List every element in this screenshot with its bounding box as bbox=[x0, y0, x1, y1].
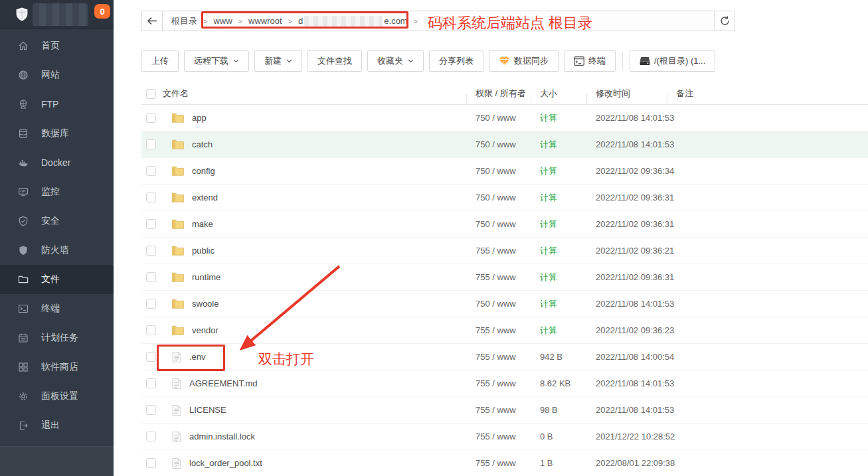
share-list-button[interactable]: 分享列表 bbox=[429, 50, 483, 72]
file-name[interactable]: make bbox=[192, 219, 213, 229]
upload-button[interactable]: 上传 bbox=[141, 50, 179, 72]
row-checkbox[interactable] bbox=[146, 352, 156, 362]
terminal-button[interactable]: 终端 bbox=[564, 50, 616, 72]
sidebar-item-label: Docker bbox=[41, 157, 70, 168]
sidebar-item-docker[interactable]: Docker bbox=[0, 148, 114, 177]
button-label: 文件查找 bbox=[317, 55, 352, 67]
calc-size-link[interactable]: 计算 bbox=[540, 139, 557, 149]
file-name[interactable]: AGREEMENT.md bbox=[189, 378, 258, 388]
table-row[interactable]: LICENSE755 / www98 B2022/11/08 14:01:53 bbox=[141, 397, 868, 424]
table-row[interactable]: .env755 / www942 B2022/11/08 14:00:54 bbox=[141, 344, 868, 370]
refresh-button[interactable] bbox=[714, 11, 735, 31]
file-mtime: 2022/11/02 09:36:31 bbox=[596, 193, 676, 202]
file-search-button[interactable]: 文件查找 bbox=[307, 50, 362, 72]
breadcrumb-segment-domain[interactable]: d e.com bbox=[298, 16, 408, 27]
table-row[interactable]: vendor755 / www计算2022/11/02 09:36:23 bbox=[141, 317, 868, 344]
breadcrumb-segment-www[interactable]: www bbox=[213, 16, 232, 26]
calc-size-link[interactable]: 计算 bbox=[540, 325, 557, 335]
row-checkbox[interactable] bbox=[146, 166, 156, 176]
file-name[interactable]: vendor bbox=[192, 325, 218, 335]
calc-size-link[interactable]: 计算 bbox=[540, 299, 557, 309]
table-row[interactable]: extend750 / www计算2022/11/02 09:36:31 bbox=[141, 185, 868, 211]
sidebar-item-settings[interactable]: 面板设置 bbox=[0, 382, 114, 411]
calc-size-link[interactable]: 计算 bbox=[540, 246, 557, 256]
file-name[interactable]: app bbox=[192, 113, 207, 123]
file-name[interactable]: extend bbox=[192, 193, 218, 202]
file-name[interactable]: catch bbox=[192, 139, 213, 149]
column-header-filename[interactable]: 文件名 bbox=[163, 88, 476, 100]
breadcrumb-segment-wwwroot[interactable]: wwwroot bbox=[248, 16, 282, 26]
sidebar-item-terminal[interactable]: 终端 bbox=[0, 294, 114, 323]
calc-size-link[interactable]: 计算 bbox=[540, 113, 557, 123]
column-header-note[interactable]: 备注 bbox=[676, 88, 868, 100]
sidebar-item-ftp[interactable]: FTP bbox=[0, 90, 114, 119]
row-checkbox[interactable] bbox=[146, 458, 156, 468]
table-row[interactable]: config750 / www计算2022/11/02 09:36:34 bbox=[141, 158, 868, 185]
row-checkbox[interactable] bbox=[146, 325, 156, 335]
row-checkbox[interactable] bbox=[146, 246, 156, 256]
column-header-size[interactable]: 大小 bbox=[540, 88, 596, 100]
breadcrumb-root[interactable]: 根目录 bbox=[171, 15, 197, 27]
file-size: 计算 bbox=[540, 165, 596, 177]
sidebar-item-security[interactable]: 安全 bbox=[0, 206, 114, 236]
file-permission: 750 / www bbox=[476, 219, 540, 229]
row-checkbox[interactable] bbox=[146, 378, 156, 388]
file-name[interactable]: runtime bbox=[192, 272, 220, 282]
sidebar-item-monitor[interactable]: 监控 bbox=[0, 177, 114, 206]
button-label: 收藏夹 bbox=[377, 55, 403, 67]
row-checkbox[interactable] bbox=[146, 219, 156, 229]
file-name[interactable]: LICENSE bbox=[189, 405, 226, 415]
sidebar-item-files[interactable]: 文件 bbox=[0, 265, 114, 294]
table-row[interactable]: make750 / www计算2022/11/02 09:36:31 bbox=[141, 211, 868, 238]
disk-select-button[interactable]: /(根目录) (1... bbox=[630, 50, 715, 72]
table-row[interactable]: runtime755 / www计算2022/11/02 09:36:31 bbox=[141, 264, 868, 291]
calc-size-link[interactable]: 计算 bbox=[540, 166, 557, 176]
sidebar-item-website[interactable]: 网站 bbox=[0, 60, 114, 90]
sidebar-item-logout[interactable]: 退出 bbox=[0, 411, 114, 440]
sidebar-item-cron[interactable]: 计划任务 bbox=[0, 323, 114, 353]
sidebar-item-label: 防火墙 bbox=[41, 244, 69, 256]
row-checkbox[interactable] bbox=[146, 139, 156, 149]
file-name[interactable]: swoole bbox=[192, 299, 218, 309]
data-sync-button[interactable]: 数据同步 bbox=[489, 50, 559, 72]
row-checkbox[interactable] bbox=[146, 432, 156, 441]
select-all-checkbox[interactable] bbox=[146, 89, 156, 99]
remote-download-button[interactable]: 远程下载 bbox=[184, 50, 249, 72]
table-row[interactable]: AGREEMENT.md755 / www8.62 KB2022/11/08 1… bbox=[141, 370, 868, 397]
calc-size-link[interactable]: 计算 bbox=[540, 193, 557, 202]
table-row[interactable]: lock_order_pool.txt755 / www1 B2022/08/0… bbox=[141, 450, 868, 476]
file-name[interactable]: public bbox=[192, 246, 215, 256]
file-name[interactable]: admin.install.lock bbox=[189, 432, 255, 441]
file-name[interactable]: .env bbox=[189, 352, 206, 362]
file-size: 计算 bbox=[540, 192, 596, 204]
sidebar-item-label: 安全 bbox=[41, 215, 60, 227]
favorites-button[interactable]: 收藏夹 bbox=[367, 50, 424, 72]
row-checkbox[interactable] bbox=[146, 113, 156, 123]
column-header-mtime[interactable]: 修改时间 bbox=[596, 88, 676, 100]
file-permission: 755 / www bbox=[476, 432, 540, 441]
file-name[interactable]: lock_order_pool.txt bbox=[189, 458, 262, 468]
table-row[interactable]: app750 / www计算2022/11/08 14:01:53 bbox=[141, 105, 868, 131]
file-icon bbox=[172, 352, 181, 362]
calc-size-link[interactable]: 计算 bbox=[540, 219, 557, 229]
file-name[interactable]: config bbox=[192, 166, 215, 176]
sidebar-item-home[interactable]: 首页 bbox=[0, 31, 114, 60]
row-checkbox[interactable] bbox=[146, 193, 156, 202]
file-mtime: 2022/11/08 14:01:53 bbox=[596, 299, 676, 309]
table-row[interactable]: swoole750 / www计算2022/11/08 14:01:53 bbox=[141, 291, 868, 317]
table-row[interactable]: public755 / www计算2022/11/02 09:36:21 bbox=[141, 238, 868, 264]
sidebar: 0 首页网站FTP数据库Docker监控安全防火墙文件终端计划任务软件商店面板设… bbox=[0, 0, 114, 476]
new-button[interactable]: 新建 bbox=[254, 50, 302, 72]
sidebar-item-firewall[interactable]: 防火墙 bbox=[0, 236, 114, 265]
table-row[interactable]: catch750 / www计算2022/11/08 14:01:53 bbox=[141, 131, 868, 158]
calc-size-link[interactable]: 计算 bbox=[540, 272, 557, 282]
sidebar-item-database[interactable]: 数据库 bbox=[0, 119, 114, 148]
back-button[interactable] bbox=[142, 11, 163, 31]
sidebar-item-appstore[interactable]: 软件商店 bbox=[0, 353, 114, 382]
row-checkbox[interactable] bbox=[146, 299, 156, 309]
message-count-badge[interactable]: 0 bbox=[94, 4, 110, 19]
table-row[interactable]: admin.install.lock755 / www0 B2021/12/22… bbox=[141, 424, 868, 450]
row-checkbox[interactable] bbox=[146, 405, 156, 415]
row-checkbox[interactable] bbox=[146, 272, 156, 282]
file-size: 计算 bbox=[540, 112, 596, 124]
